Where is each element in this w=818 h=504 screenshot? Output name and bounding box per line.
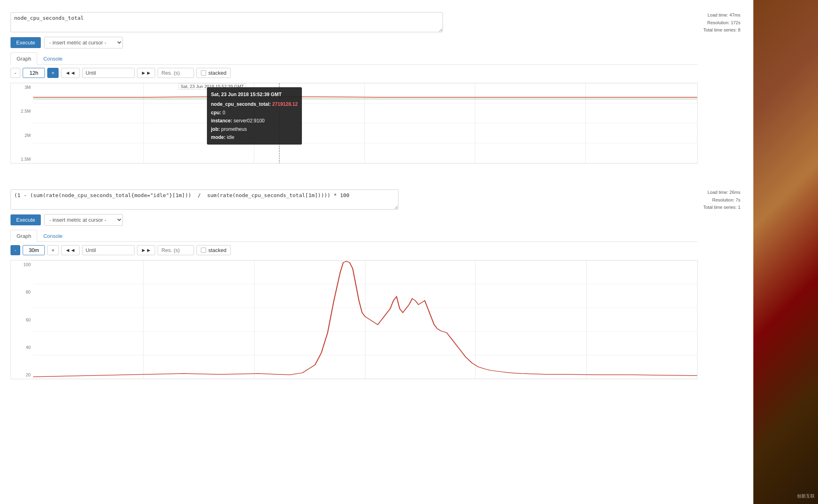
back-button-2[interactable]: ◄◄ [61,245,80,255]
tab-graph-2[interactable]: Graph [11,230,37,242]
stacked-label-2: stacked [208,247,226,253]
meta-load-time-1: Load time: 47ms [703,11,740,19]
chart-inner-1: Sat, 23 Jun 2018 15:52:39 GMT node_cpu_s… [33,83,697,163]
back-button-1[interactable]: ◄◄ [61,68,80,78]
stacked-button-1[interactable]: stacked [196,68,231,78]
panel2-controls-row: Execute - insert metric at cursor - [11,214,698,226]
panel2-graph-controls: - + ◄◄ ►► stacked [11,242,698,258]
panel1-graph-controls: - + ◄◄ ►► stacked [11,65,698,81]
meta-load-time-2: Load time: 26ms [703,189,740,196]
time-range-input-1[interactable] [23,68,45,78]
panel1-tabs: Graph Console [11,52,698,65]
panel2-meta: Load time: 26ms Resolution: 7s Total tim… [703,185,748,211]
res-input-2[interactable] [158,245,194,255]
main-content: node_cpu_seconds_total Execute - insert … [0,0,753,504]
watermark: 创新互联 [797,493,815,499]
execute-button-1[interactable]: Execute [11,37,41,48]
time-range-input-2[interactable] [23,245,45,255]
panel1-left: node_cpu_seconds_total Execute - insert … [5,8,703,169]
chart-2: 100 80 60 40 20 [11,260,698,379]
until-input-2[interactable] [82,245,135,255]
query-input-1[interactable]: node_cpu_seconds_total [11,12,443,32]
stacked-button-2[interactable]: stacked [196,245,231,255]
insert-metric-select-1[interactable]: - insert metric at cursor - [44,37,123,48]
panel2-top-bar: (1 - (sum(rate(node_cpu_seconds_total{mo… [5,185,748,385]
zoom-in-button-1[interactable]: + [47,68,59,78]
until-input-1[interactable] [82,68,135,78]
stacked-checkbox-1 [201,70,206,76]
y-label-15m: 1.5M [11,157,31,162]
stacked-checkbox-2 [201,248,206,253]
tab-console-2[interactable]: Console [37,230,69,242]
y-label-20: 20 [11,372,31,377]
stacked-label-1: stacked [208,70,226,76]
execute-button-2[interactable]: Execute [11,214,41,225]
tab-graph-1[interactable]: Graph [11,52,37,65]
y-axis-1: 3M 2.5M 2M 1.5M [11,83,33,163]
right-sidebar: 创新互联 [753,0,818,504]
sidebar-overlay [753,0,818,504]
meta-total-series-1: Total time series: 8 [703,26,740,34]
meta-resolution-1: Resolution: 172s [703,19,740,27]
chart-svg-2 [33,260,697,379]
tooltip-cursor-time: Sat, 23 Jun 2018 15:52:39 GMT [179,83,246,90]
y-axis-2: 100 80 60 40 20 [11,260,33,379]
y-label-80: 80 [11,290,31,294]
zoom-in-button-2[interactable]: + [47,245,59,255]
forward-button-2[interactable]: ►► [137,245,156,255]
zoom-out-button-2[interactable]: - [11,245,20,255]
y-label-3m: 3M [11,85,31,90]
res-input-1[interactable] [158,68,194,78]
y-label-100: 100 [11,262,31,267]
forward-button-1[interactable]: ►► [137,68,156,78]
panel-1: node_cpu_seconds_total Execute - insert … [0,4,753,173]
y-label-25m: 2.5M [11,109,31,113]
panel1-meta: Load time: 47ms Resolution: 172s Total t… [703,8,748,34]
chart-svg-1 [33,83,697,163]
chart-1: 3M 2.5M 2M 1.5M [11,83,698,164]
panel1-top-bar: node_cpu_seconds_total Execute - insert … [5,8,748,169]
meta-total-series-2: Total time series: 1 [703,204,740,211]
insert-metric-select-2[interactable]: - insert metric at cursor - [44,214,123,226]
y-label-40: 40 [11,345,31,350]
tab-console-1[interactable]: Console [37,52,69,65]
zoom-out-button-1[interactable]: - [11,68,20,78]
y-label-2m: 2M [11,133,31,138]
meta-resolution-2: Resolution: 7s [703,196,740,204]
y-label-60: 60 [11,317,31,322]
panel1-controls-row: Execute - insert metric at cursor - [11,37,698,48]
panel2-left: (1 - (sum(rate(node_cpu_seconds_total{mo… [5,185,703,385]
svg-point-11 [277,96,281,99]
chart-inner-2 [33,260,697,379]
panel-2: (1 - (sum(rate(node_cpu_seconds_total{mo… [0,181,753,389]
page-wrapper: node_cpu_seconds_total Execute - insert … [0,0,818,504]
panel2-tabs: Graph Console [11,230,698,242]
query-input-2[interactable]: (1 - (sum(rate(node_cpu_seconds_total{mo… [11,189,398,210]
